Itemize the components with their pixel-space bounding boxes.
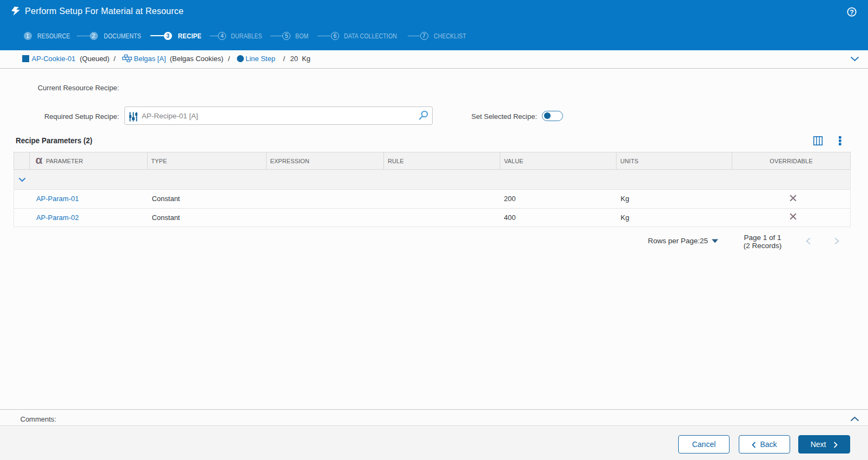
- svg-text:α: α: [36, 154, 43, 166]
- svg-text:?: ?: [850, 8, 854, 16]
